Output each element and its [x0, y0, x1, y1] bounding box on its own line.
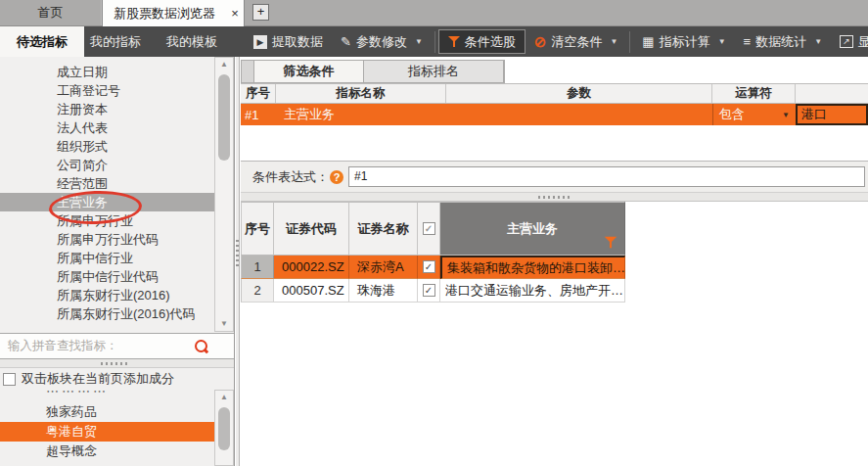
condition-table: 序号 指标名称 参数 运算符 #1 主营业务 包含 ▼ 港口 — [241, 83, 868, 125]
main-business-cell[interactable]: 集装箱和散杂货物的港口装卸… — [440, 256, 625, 279]
chevron-down-icon: ▼ — [782, 111, 790, 119]
indicator-calc-button[interactable]: ▦ 指标计算 ▼ — [633, 29, 734, 54]
sidebar-splitter[interactable] — [0, 359, 234, 368]
tab-my-indicators[interactable]: 我的指标 — [84, 26, 147, 57]
close-tab-icon[interactable]: × — [226, 6, 244, 21]
indicator-item[interactable]: 法人代表 — [0, 118, 214, 137]
extract-data-label: 提取数据 — [272, 33, 323, 51]
sector-item[interactable]: 独家药品 — [0, 402, 214, 422]
condition-row[interactable]: #1 主营业务 包含 ▼ 港口 — [241, 104, 868, 125]
row-checkbox[interactable] — [423, 260, 435, 273]
indicator-item[interactable]: 注册资本 — [0, 100, 214, 118]
search-placeholder: 输入拼音查找指标： — [8, 334, 118, 358]
indicator-item[interactable]: 所属申万行业代码 — [0, 230, 214, 249]
row-checkbox-cell[interactable] — [418, 279, 440, 303]
indicator-item[interactable]: 公司简介 — [0, 156, 214, 174]
play-icon: ▶ — [253, 35, 267, 49]
tab-stock-data-browser[interactable]: 新股票数据浏览器 × — [102, 0, 245, 26]
indicator-item[interactable]: 成立日期 — [0, 63, 214, 81]
indicator-item[interactable]: 组织形式 — [0, 137, 214, 156]
indicator-item[interactable]: 所属东财行业(2016) — [0, 286, 214, 304]
indicator-item[interactable]: 所属中信行业代码 — [0, 267, 214, 286]
tab-pending-indicators[interactable]: 待选指标 — [0, 26, 84, 57]
scroll-up-icon[interactable]: ▲ — [215, 58, 233, 71]
indicator-item-selected[interactable]: 主营业务 — [0, 193, 214, 211]
clear-conditions-label: 清空条件 — [551, 33, 602, 51]
horizontal-splitter[interactable] — [241, 192, 868, 202]
scrollbar-thumb[interactable] — [218, 74, 230, 161]
indicator-item[interactable]: 工商登记号 — [0, 81, 214, 100]
col-security-name: 证券名称 — [349, 202, 418, 256]
sector-item[interactable]: 超导概念 — [0, 442, 214, 461]
sector-scrollbar[interactable]: ▲ — [214, 390, 234, 466]
condition-index: #1 — [241, 104, 276, 125]
indicator-item[interactable]: 经营范围 — [0, 174, 214, 193]
result-row-selected[interactable]: 1 000022.SZ 深赤湾A 集装箱和散杂货物的港口装卸… — [241, 256, 625, 279]
clear-conditions-button[interactable]: ⊘ 清空条件 ▼ — [525, 29, 627, 54]
security-code: 000507.SZ — [274, 279, 349, 303]
param-edit-button[interactable]: ✎ 参数修改 ▼ — [332, 29, 432, 54]
clear-icon: ⊘ — [534, 34, 547, 49]
toolbar: 待选指标 我的指标 我的模板 ▶ 提取数据 ✎ 参数修改 ▼ 条件选股 ⊘ 清空… — [0, 26, 868, 57]
col-indicator-name: 指标名称 — [276, 84, 446, 103]
indicator-item[interactable]: 所属申万行业 — [0, 211, 214, 230]
row-index: 1 — [241, 256, 274, 279]
clipped-list-item[interactable]: ⋯⋯⋯⋯ — [0, 390, 214, 402]
sector-item-selected[interactable]: 粤港自贸 — [0, 422, 214, 442]
column-filter-icon[interactable] — [605, 236, 617, 250]
col-index: 序号 — [241, 202, 274, 256]
indicator-sidebar: 成立日期 工商登记号 注册资本 法人代表 组织形式 公司简介 经营范围 主营业务… — [0, 57, 235, 466]
window-tab-bar: 首页 新股票数据浏览器 × + — [0, 0, 868, 26]
condition-table-header: 序号 指标名称 参数 运算符 — [241, 83, 868, 104]
panel-splitter[interactable] — [236, 57, 240, 466]
tab-filter-conditions[interactable]: 筛选条件 — [253, 61, 364, 82]
result-row[interactable]: 2 000507.SZ 珠海港 港口交通运输业务、房地产开… — [241, 279, 625, 303]
tab-indicator-ranking[interactable]: 指标排名 — [364, 61, 504, 82]
tab-home[interactable]: 首页 — [0, 0, 102, 25]
stock-data-browser-window: 首页 新股票数据浏览器 × + 待选指标 我的指标 我的模板 ▶ 提取数据 ✎ … — [0, 0, 868, 466]
col-security-code: 证券代码 — [274, 202, 349, 256]
indicator-search[interactable]: 输入拼音查找指标： — [0, 333, 234, 359]
scrollbar-thumb[interactable] — [218, 407, 230, 450]
add-component-option[interactable]: 双击板块在当前页添加成分 — [0, 369, 234, 389]
select-all-checkbox[interactable] — [423, 222, 435, 235]
col-main-business-label: 主营业务 — [507, 220, 558, 238]
data-stats-button[interactable]: ≡ 数据统计 ▼ — [735, 29, 832, 54]
scroll-up-icon[interactable]: ▲ — [215, 391, 233, 404]
chevron-down-icon: ▼ — [415, 37, 423, 46]
result-table: 序号 证券代码 证券名称 主营业务 1 000022.SZ 深赤湾A 集装箱和散 — [241, 202, 625, 303]
col-select-all[interactable] — [418, 202, 440, 256]
scroll-down-icon[interactable]: ▼ — [215, 317, 233, 331]
col-main-business[interactable]: 主营业务 — [440, 202, 625, 256]
chevron-down-icon: ▼ — [718, 37, 726, 46]
expression-input[interactable]: #1 — [348, 166, 865, 187]
row-index: 2 — [241, 279, 274, 303]
main-business-cell[interactable]: 港口交通运输业务、房地产开… — [440, 279, 625, 303]
show-chart-button[interactable]: ↗ 显示图形 — [831, 29, 868, 54]
condition-value-input[interactable]: 港口 — [796, 104, 868, 125]
indicator-item[interactable]: 所属中信行业 — [0, 249, 214, 267]
extract-data-button[interactable]: ▶ 提取数据 — [245, 29, 332, 54]
checkbox-unchecked[interactable] — [3, 373, 16, 386]
calculator-icon: ▦ — [642, 34, 654, 49]
condition-select-label: 条件选股 — [465, 33, 516, 51]
condition-parameter — [446, 104, 712, 125]
operator-dropdown[interactable]: 包含 ▼ — [712, 104, 796, 125]
indicator-scrollbar[interactable]: ▲ ▼ — [214, 57, 234, 332]
indicator-item[interactable]: 所属东财行业(2016)代码 — [0, 304, 214, 323]
new-tab-button[interactable]: + — [252, 4, 269, 21]
row-checkbox[interactable] — [423, 284, 435, 297]
add-component-label: 双击板块在当前页添加成分 — [22, 370, 174, 388]
condition-tabstrip: 筛选条件 指标排名 — [241, 60, 505, 83]
toolbar-buttons: ▶ 提取数据 ✎ 参数修改 ▼ 条件选股 ⊘ 清空条件 ▼ ▦ 指标计算 — [239, 26, 868, 57]
splitter-handle — [236, 240, 239, 267]
search-icon[interactable] — [194, 339, 209, 354]
chart-window-icon: ↗ — [840, 35, 853, 48]
operator-value: 包含 — [719, 106, 745, 123]
help-icon[interactable]: ? — [330, 170, 343, 184]
condition-select-button[interactable]: 条件选股 — [438, 29, 525, 54]
col-value — [796, 84, 868, 103]
row-checkbox-cell[interactable] — [418, 256, 440, 279]
main-panel: 筛选条件 指标排名 序号 指标名称 参数 运算符 #1 主营业务 包含 ▼ 港口 — [241, 57, 868, 466]
tab-my-templates[interactable]: 我的模板 — [147, 26, 237, 57]
